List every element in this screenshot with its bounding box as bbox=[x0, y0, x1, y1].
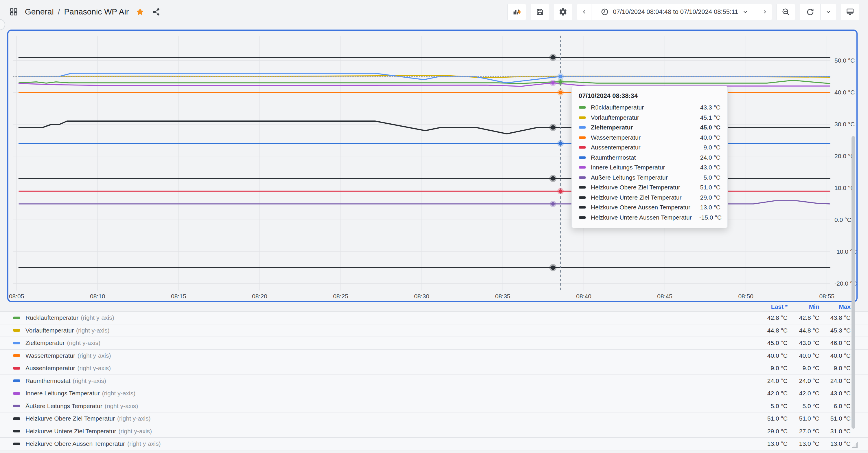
min-value: 13.0 °C bbox=[787, 440, 819, 447]
legend-header-min[interactable]: Min bbox=[787, 303, 819, 310]
legend-row: Zieltemperatur (right y-axis) 45.0 °C 43… bbox=[0, 337, 868, 349]
chart-tooltip: 07/10/2024 08:38:34 Rücklauftemperatur 4… bbox=[571, 86, 728, 228]
refresh-button[interactable] bbox=[800, 4, 820, 20]
legend-series-toggle[interactable]: Innere Leitungs Temperatur (right y-axis… bbox=[0, 390, 738, 397]
series-label: Heizkurve Untere Ziel Temperatur bbox=[591, 194, 693, 201]
breadcrumb-separator: / bbox=[58, 7, 60, 17]
axis-note: (right y-axis) bbox=[67, 339, 100, 346]
time-shift-forward-button[interactable] bbox=[758, 4, 772, 20]
time-shift-back-button[interactable] bbox=[577, 4, 591, 20]
series-color-swatch bbox=[579, 176, 586, 179]
add-panel-button[interactable] bbox=[507, 4, 526, 20]
legend-row: Raumthermostat (right y-axis) 24.0 °C 24… bbox=[0, 374, 868, 387]
series-color-swatch bbox=[13, 379, 20, 382]
tooltip-series-row: Zieltemperatur 45.0 °C bbox=[579, 122, 720, 133]
timeseries-panel[interactable] bbox=[7, 30, 858, 302]
min-value: 43.0 °C bbox=[787, 339, 819, 346]
axis-note: (right y-axis) bbox=[73, 377, 106, 384]
max-value: 24.0 °C bbox=[819, 377, 850, 384]
series-name: Vorlauftemperatur bbox=[26, 327, 74, 334]
refresh-group bbox=[800, 4, 836, 20]
legend-series-toggle[interactable]: Äußere Leitungs Temperatur (right y-axis… bbox=[0, 403, 738, 409]
series-value: 43.3 °C bbox=[700, 104, 720, 111]
max-value: 46.0 °C bbox=[819, 339, 850, 346]
breadcrumb-folder[interactable]: General bbox=[25, 7, 54, 17]
share-icon[interactable] bbox=[151, 7, 161, 17]
last-value: 51.0 °C bbox=[738, 415, 787, 422]
min-value: 27.0 °C bbox=[787, 428, 819, 435]
legend-row: Heizkurve Obere Ziel Temperatur (right y… bbox=[0, 412, 868, 425]
series-name: Aussentemperatur bbox=[26, 365, 75, 372]
legend-row: Wassertemperatur (right y-axis) 40.0 °C … bbox=[0, 349, 868, 362]
time-range-button[interactable]: 07/10/2024 08:04:48 to 07/10/2024 08:55:… bbox=[591, 4, 758, 20]
series-color-swatch bbox=[13, 317, 20, 319]
series-color-swatch bbox=[579, 206, 586, 208]
legend-series-toggle[interactable]: Heizkurve Obere Ziel Temperatur (right y… bbox=[0, 415, 738, 422]
min-value: 42.0 °C bbox=[787, 390, 819, 397]
legend-series-toggle[interactable]: Raumthermostat (right y-axis) bbox=[0, 377, 738, 384]
tooltip-series-row: Innere Leitungs Temperatur 43.0 °C bbox=[579, 163, 720, 173]
min-value: 9.0 °C bbox=[787, 365, 819, 372]
max-value: 6.0 °C bbox=[819, 403, 850, 409]
legend-series-toggle[interactable]: Zieltemperatur (right y-axis) bbox=[0, 339, 738, 346]
dashboard-settings-button[interactable] bbox=[554, 4, 572, 20]
max-value: 31.0 °C bbox=[819, 428, 850, 435]
legend-series-toggle[interactable]: Rücklauftemperatur (right y-axis) bbox=[0, 314, 738, 321]
tooltip-timestamp: 07/10/2024 08:38:34 bbox=[579, 92, 720, 100]
series-label: Rücklauftemperatur bbox=[591, 104, 693, 111]
zoom-out-time-button[interactable] bbox=[777, 4, 795, 20]
series-color-swatch bbox=[13, 329, 20, 332]
last-value: 13.0 °C bbox=[738, 440, 787, 447]
max-value: 43.0 °C bbox=[819, 390, 850, 397]
max-value: 9.0 °C bbox=[819, 365, 850, 372]
legend-header-max[interactable]: Max bbox=[819, 303, 850, 310]
legend-row: Rücklauftemperatur (right y-axis) 42.8 °… bbox=[0, 311, 868, 324]
series-name: Rücklauftemperatur bbox=[26, 314, 79, 321]
last-value: 42.0 °C bbox=[738, 390, 787, 397]
min-value: 5.0 °C bbox=[787, 403, 819, 409]
chevron-down-icon bbox=[742, 9, 748, 15]
legend-header-last[interactable]: Last * bbox=[738, 303, 787, 310]
save-dashboard-button[interactable] bbox=[531, 4, 549, 20]
legend-series-toggle[interactable]: Aussentemperatur (right y-axis) bbox=[0, 365, 738, 372]
series-value: 13.0 °C bbox=[700, 204, 720, 211]
legend-table: Last * Min Max Rücklauftemperatur (right… bbox=[0, 302, 868, 450]
series-name: Raumthermostat bbox=[26, 377, 70, 384]
series-color-swatch bbox=[13, 354, 20, 357]
last-value: 29.0 °C bbox=[738, 428, 787, 435]
legend-series-toggle[interactable]: Wassertemperatur (right y-axis) bbox=[0, 352, 738, 359]
tooltip-series-row: Rücklauftemperatur 43.3 °C bbox=[579, 103, 720, 113]
series-color-swatch bbox=[579, 126, 586, 129]
legend-row: Heizkurve Obere Aussen Temperatur (right… bbox=[0, 437, 868, 450]
max-value: 13.0 °C bbox=[819, 440, 850, 447]
legend-row: Innere Leitungs Temperatur (right y-axis… bbox=[0, 387, 868, 400]
page-scrollbar-thumb[interactable] bbox=[851, 136, 855, 429]
last-value: 42.8 °C bbox=[738, 314, 787, 321]
dashboards-grid-icon[interactable] bbox=[9, 7, 19, 17]
legend-series-toggle[interactable]: Vorlauftemperatur (right y-axis) bbox=[0, 327, 738, 334]
min-value: 42.8 °C bbox=[787, 314, 819, 321]
tooltip-series-row: Vorlauftemperatur 45.1 °C bbox=[579, 113, 720, 123]
series-name: Zieltemperatur bbox=[26, 339, 64, 346]
series-name: Heizkurve Obere Aussen Temperatur bbox=[26, 440, 125, 447]
last-value: 40.0 °C bbox=[738, 352, 787, 359]
max-value: 43.8 °C bbox=[819, 314, 850, 321]
series-label: Innere Leitungs Temperatur bbox=[591, 164, 693, 171]
series-name: Heizkurve Obere Ziel Temperatur bbox=[26, 415, 115, 422]
series-label: Heizkurve Untere Aussen Temperatur bbox=[591, 214, 692, 221]
series-value: 24.0 °C bbox=[700, 154, 720, 161]
axis-note: (right y-axis) bbox=[105, 403, 138, 409]
tooltip-series-row: Wassertemperatur 40.0 °C bbox=[579, 133, 720, 143]
max-value: 45.3 °C bbox=[819, 327, 850, 334]
last-value: 44.8 °C bbox=[738, 327, 787, 334]
legend-series-toggle[interactable]: Heizkurve Obere Aussen Temperatur (right… bbox=[0, 440, 738, 447]
series-label: Vorlauftemperatur bbox=[591, 114, 693, 121]
legend-series-toggle[interactable]: Heizkurve Untere Ziel Temperatur (right … bbox=[0, 428, 738, 435]
axis-note: (right y-axis) bbox=[78, 365, 111, 372]
kiosk-mode-button[interactable] bbox=[841, 4, 859, 20]
tooltip-series-row: Heizkurve Untere Ziel Temperatur 29.0 °C bbox=[579, 193, 720, 203]
series-value: 43.0 °C bbox=[700, 164, 720, 171]
favorite-star-icon[interactable] bbox=[135, 7, 145, 17]
series-name: Heizkurve Untere Ziel Temperatur bbox=[26, 428, 116, 435]
refresh-interval-dropdown[interactable] bbox=[820, 4, 836, 20]
